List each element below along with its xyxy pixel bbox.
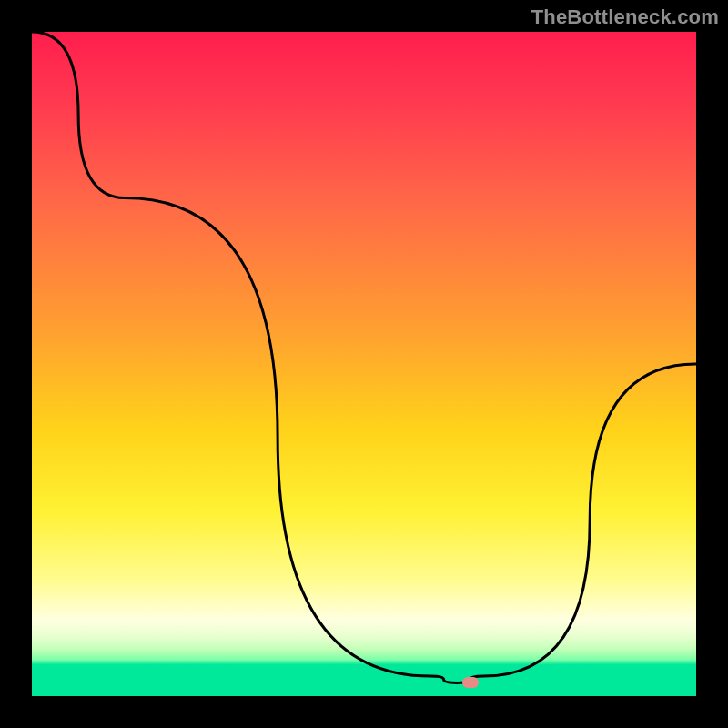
plot-area xyxy=(32,32,696,696)
optimum-marker xyxy=(462,677,479,688)
bottleneck-curve xyxy=(32,32,696,682)
watermark-label: TheBottleneck.com xyxy=(531,5,719,29)
bottleneck-curve-svg xyxy=(32,32,696,696)
chart-container: TheBottleneck.com xyxy=(0,0,728,728)
